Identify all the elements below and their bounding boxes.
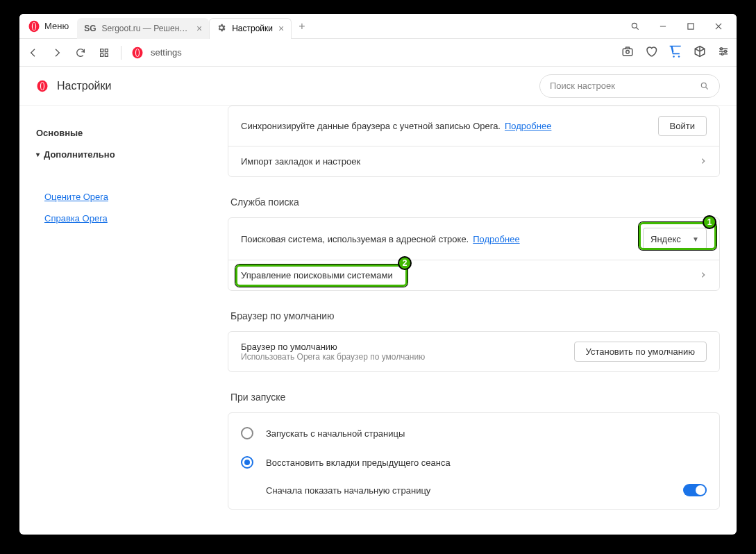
startup-card: Запускать с начальной страницы Восстанов… (228, 412, 720, 510)
svg-point-24 (725, 50, 727, 52)
login-button[interactable]: Войти (658, 116, 707, 136)
back-button[interactable] (26, 46, 40, 60)
maximize-button[interactable] (678, 17, 703, 36)
startup-sub1: Сначала показать начальную страницу (228, 477, 719, 503)
svg-rect-16 (623, 49, 632, 56)
search-icon[interactable] (623, 17, 648, 36)
svg-rect-12 (105, 53, 108, 56)
highlight-badge-2: 2 (398, 256, 412, 270)
startup-opt2[interactable]: Восстановить вкладки предыдущего сеанса (228, 448, 719, 477)
settings-search[interactable]: Поиск настроек (539, 74, 720, 98)
speed-dial-icon[interactable] (97, 46, 111, 60)
separator (121, 46, 121, 60)
search-card: Поисковая система, используемая в адресн… (228, 217, 720, 291)
menu-label: Меню (44, 21, 69, 31)
opera-icon (36, 80, 49, 92)
svg-point-2 (33, 22, 35, 30)
close-icon[interactable]: × (196, 23, 202, 34)
address-bar: settings (19, 39, 737, 67)
svg-point-29 (701, 83, 706, 87)
set-default-button[interactable]: Установить по умолчанию (574, 342, 707, 362)
toolbar-icons (621, 44, 730, 61)
menu-button[interactable]: Меню (19, 14, 77, 38)
sidebar-item-advanced[interactable]: Дополнительно (36, 144, 228, 165)
import-label: Импорт закладок и настроек (241, 156, 360, 167)
radio-icon[interactable] (241, 456, 253, 469)
svg-point-25 (721, 53, 723, 55)
search-engine-dropdown[interactable]: Яндекс ▼ (643, 228, 707, 250)
heart-icon[interactable] (645, 45, 657, 60)
svg-point-19 (678, 56, 680, 58)
opera-icon (131, 47, 144, 59)
address-field[interactable]: settings (131, 47, 612, 59)
easy-setup-icon[interactable] (717, 45, 730, 60)
sidebar-item-basic[interactable]: Основные (36, 122, 228, 144)
svg-line-4 (637, 27, 639, 29)
svg-rect-11 (101, 53, 103, 56)
dropdown-value: Яндекс (650, 234, 681, 244)
search-icon (700, 81, 709, 91)
window-controls (623, 17, 737, 36)
default-browser-card: Браузер по умолчанию Использовать Opera … (228, 331, 720, 372)
sync-text: Синхронизируйте данные браузера с учетно… (241, 121, 501, 131)
address-text: settings (151, 47, 182, 58)
tab-background[interactable]: SG Sergoot.ru — Решение ва... × (77, 18, 209, 39)
minimize-button[interactable] (650, 17, 675, 36)
toggle-show-start[interactable] (683, 484, 707, 496)
sidebar-link-rate[interactable]: Оцените Opera (36, 186, 228, 208)
settings-body: Основные Дополнительно Оцените Opera Спр… (19, 106, 737, 535)
manage-engines-label: Управление поисковыми системами (241, 270, 393, 280)
new-tab-button[interactable]: + (292, 20, 312, 33)
manage-engines-row[interactable]: Управление поисковыми системами 2 (228, 260, 719, 290)
snapshot-icon[interactable] (621, 45, 634, 60)
startup-opt1[interactable]: Запускать с начальной страницы (228, 419, 719, 448)
sync-card: Синхронизируйте данные браузера с учетно… (228, 106, 720, 177)
page-title: Настройки (36, 80, 111, 92)
svg-point-28 (41, 82, 44, 90)
opera-icon (28, 20, 40, 33)
svg-rect-10 (105, 49, 108, 51)
highlight-badge-1: 1 (703, 215, 716, 229)
cube-icon[interactable] (694, 45, 706, 60)
settings-main: Синхронизируйте данные браузера с учетно… (228, 106, 737, 535)
close-icon[interactable]: × (278, 23, 284, 34)
search-engine-text: Поисковая система, используемая в адресн… (241, 234, 469, 244)
sync-more-link[interactable]: Подробнее (505, 121, 551, 131)
settings-header: Настройки Поиск настроек (19, 67, 737, 106)
radio-icon[interactable] (241, 427, 253, 439)
gear-icon (217, 23, 226, 35)
default-browser-sub: Использовать Opera как браузер по умолча… (241, 352, 425, 362)
svg-point-18 (673, 56, 675, 58)
reload-button[interactable] (74, 46, 87, 60)
svg-point-3 (632, 23, 637, 28)
sidebar-link-help[interactable]: Справка Opera (36, 208, 228, 229)
close-button[interactable] (706, 17, 731, 36)
sg-icon: SG (84, 24, 96, 33)
startup-title: При запуске (230, 392, 720, 403)
chevron-right-icon (700, 156, 707, 167)
chevron-right-icon (700, 270, 707, 280)
search-engine-row: Поисковая система, используемая в адресн… (228, 218, 719, 260)
svg-rect-6 (688, 23, 694, 28)
tab-title: Настройки (232, 24, 273, 33)
svg-point-15 (136, 49, 139, 56)
cart-icon[interactable] (669, 44, 682, 61)
settings-sidebar: Основные Дополнительно Оцените Opera Спр… (19, 106, 228, 535)
search-more-link[interactable]: Подробнее (473, 234, 519, 244)
search-placeholder: Поиск настроек (550, 81, 615, 91)
search-section-title: Служба поиска (230, 196, 720, 208)
tab-active[interactable]: Настройки × (209, 18, 292, 39)
import-row[interactable]: Импорт закладок и настроек (228, 146, 719, 176)
svg-point-23 (721, 47, 723, 49)
svg-line-30 (706, 87, 708, 89)
browser-window: Меню SG Sergoot.ru — Решение ва... × Нас… (19, 14, 737, 535)
forward-button[interactable] (50, 46, 64, 60)
default-browser-title: Браузер по умолчанию (230, 310, 720, 321)
sync-row: Синхронизируйте данные браузера с учетно… (228, 106, 719, 146)
default-browser-row: Браузер по умолчанию Использовать Opera … (228, 332, 719, 371)
svg-rect-9 (101, 49, 103, 51)
tab-title: Sergoot.ru — Решение ва... (101, 24, 190, 33)
chevron-down-icon: ▼ (692, 235, 699, 243)
titlebar: Меню SG Sergoot.ru — Решение ва... × Нас… (19, 14, 737, 39)
svg-point-17 (626, 50, 630, 53)
